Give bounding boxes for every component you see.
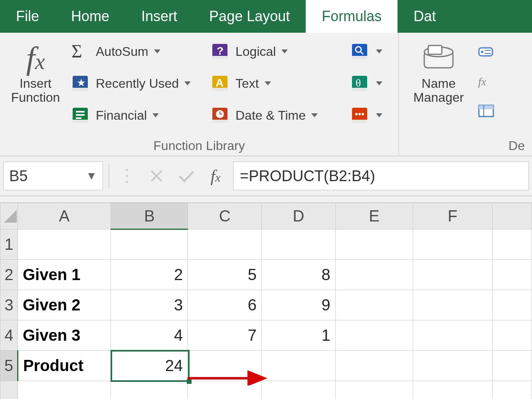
row-header-1[interactable]: 1 (0, 229, 18, 260)
cell-G1[interactable] (492, 229, 532, 260)
use-in-formula-button[interactable]: fx (477, 69, 498, 93)
cell-A3[interactable]: Given 2 (18, 290, 111, 320)
insert-function-button[interactable]: fx Insert Function (6, 37, 65, 134)
cell-B1[interactable] (111, 229, 188, 260)
cell-B3[interactable]: 3 (111, 290, 188, 320)
cell-E1[interactable] (335, 229, 413, 260)
cell-D5[interactable] (262, 351, 336, 381)
date-time-button[interactable]: Date & Time (209, 101, 345, 129)
cell-A6[interactable] (18, 381, 111, 399)
library-col-2: ? Logical A Text Date & Time (209, 37, 345, 134)
row-header-4[interactable]: 4 (0, 320, 18, 351)
svg-rect-8 (76, 111, 85, 113)
cell-E2[interactable] (335, 260, 413, 290)
cell-D6[interactable] (262, 381, 336, 399)
cell-C5[interactable] (188, 351, 262, 381)
theta-book-icon: θ (349, 73, 370, 94)
row-header-2[interactable]: 2 (0, 260, 18, 290)
chevron-down-icon (310, 113, 318, 118)
library-col-3: θ (349, 37, 393, 134)
cell-B5[interactable]: 24 (111, 351, 188, 381)
financial-button[interactable]: Financial (69, 101, 205, 129)
cell-A2[interactable]: Given 1 (18, 260, 111, 290)
cell-C4[interactable]: 7 (188, 320, 262, 351)
col-header-C[interactable]: C (188, 203, 262, 229)
formula-input[interactable]: =PRODUCT(B2:B4) (233, 162, 529, 190)
tag-icon (477, 41, 498, 63)
cell-D1[interactable] (262, 229, 336, 260)
cell-F2[interactable] (413, 260, 492, 290)
name-manager-button[interactable]: Name Manager (405, 37, 473, 134)
col-header-extra[interactable] (492, 203, 532, 229)
svg-point-45 (481, 51, 483, 53)
cell-A1[interactable] (18, 229, 111, 260)
chevron-down-icon: ▼ (86, 170, 97, 182)
autosum-button[interactable]: Σ AutoSum (69, 38, 205, 65)
cell-F3[interactable] (413, 290, 492, 320)
tab-formulas[interactable]: Formulas (306, 0, 398, 33)
cell-G6[interactable] (492, 381, 532, 399)
cell-F4[interactable] (413, 320, 492, 351)
worksheet-grid[interactable]: A B C D E F 1 2 Given 1 2 5 8 (0, 203, 532, 399)
cell-C3[interactable]: 6 (188, 290, 262, 320)
autosum-label: AutoSum (96, 44, 148, 59)
tab-insert[interactable]: Insert (125, 0, 193, 33)
lookup-reference-button[interactable] (349, 38, 393, 65)
col-header-D[interactable]: D (262, 203, 336, 229)
svg-point-52 (126, 169, 128, 171)
row-header-5[interactable]: 5 (0, 351, 18, 381)
tab-page-layout[interactable]: Page Layout (193, 0, 306, 33)
col-header-A[interactable]: A (18, 203, 111, 229)
math-trig-button[interactable]: θ (349, 69, 393, 97)
cell-C1[interactable] (188, 229, 262, 260)
cell-D2[interactable]: 8 (262, 260, 336, 290)
fx-insert-button[interactable]: fx (204, 164, 227, 188)
svg-rect-7 (73, 120, 88, 123)
cell-B4[interactable]: 4 (111, 320, 188, 351)
cell-E4[interactable] (335, 320, 413, 351)
svg-marker-1 (154, 49, 160, 53)
logical-button[interactable]: ? Logical (209, 38, 345, 65)
cell-G3[interactable] (492, 290, 532, 320)
select-all-corner[interactable] (0, 203, 18, 229)
define-name-button[interactable] (477, 40, 498, 64)
cell-A5[interactable]: Product (18, 351, 111, 381)
logical-label: Logical (235, 44, 276, 59)
row-header-6[interactable] (0, 381, 18, 399)
cell-G5[interactable] (492, 351, 532, 381)
cell-D3[interactable]: 9 (262, 290, 336, 320)
tab-home[interactable]: Home (55, 0, 125, 33)
more-functions-button[interactable] (349, 101, 393, 129)
library-col-1: Σ AutoSum ★ Recently Used Financ (69, 37, 205, 134)
recently-used-button[interactable]: ★ Recently Used (69, 69, 205, 97)
tab-file[interactable]: File (0, 0, 55, 33)
fill-handle[interactable] (187, 379, 192, 384)
cell-E3[interactable] (335, 290, 413, 320)
text-button[interactable]: A Text (209, 69, 345, 97)
cell-A4[interactable]: Given 3 (18, 320, 111, 351)
create-from-selection-button[interactable] (477, 99, 498, 123)
cell-E5[interactable] (335, 351, 413, 381)
cell-G4[interactable] (492, 320, 532, 351)
col-header-F[interactable]: F (413, 203, 492, 229)
row-header-3[interactable]: 3 (0, 290, 18, 320)
star-book-icon: ★ (69, 73, 91, 94)
col-header-E[interactable]: E (335, 203, 413, 229)
cell-G2[interactable] (492, 260, 532, 290)
cell-F6[interactable] (413, 381, 492, 399)
cell-B2[interactable]: 2 (111, 260, 188, 290)
cell-F1[interactable] (413, 229, 492, 260)
cell-B6[interactable] (111, 381, 188, 399)
chevron-down-icon (264, 81, 272, 86)
cell-C6[interactable] (188, 381, 262, 399)
tab-data[interactable]: Dat (398, 0, 444, 33)
svg-rect-27 (352, 56, 367, 59)
svg-point-53 (126, 175, 128, 177)
cell-F5[interactable] (413, 351, 492, 381)
col-header-B[interactable]: B (111, 203, 188, 229)
cell-D4[interactable]: 1 (262, 320, 336, 351)
cell-E6[interactable] (335, 381, 413, 399)
cell-C2[interactable]: 5 (188, 260, 262, 290)
name-box[interactable]: B5 ▼ (3, 162, 103, 190)
defined-names-group-label-partial: De (405, 134, 526, 156)
